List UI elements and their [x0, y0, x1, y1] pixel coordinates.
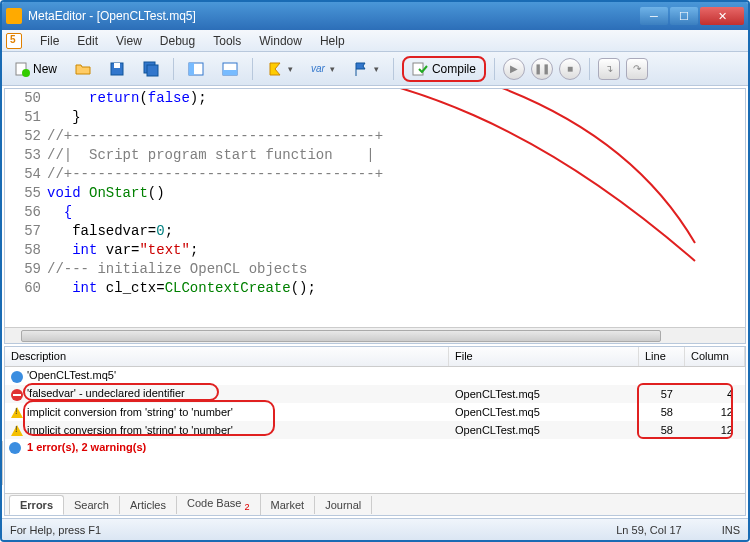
save-all-icon: [143, 61, 159, 77]
error-summary: 1 error(s), 2 warning(s): [5, 439, 745, 456]
compile-button[interactable]: Compile: [402, 56, 486, 82]
warn-icon: [11, 425, 23, 436]
menu-view[interactable]: View: [108, 32, 150, 50]
var-icon: var: [311, 63, 325, 74]
toolbox-label[interactable]: Toolbox: [0, 441, 3, 485]
step-over-button[interactable]: ↷: [626, 58, 648, 80]
step-into-button[interactable]: ↴: [598, 58, 620, 80]
toolbar: New var Compile ▶ ❚❚ ■ ↴ ↷: [2, 52, 748, 86]
info-icon: [11, 371, 23, 383]
errors-header: Description File Line Column: [5, 347, 745, 367]
error-row[interactable]: 'falsedvar' - undeclared identifierOpenC…: [5, 385, 745, 403]
errors-panel: Description File Line Column 'OpenCLTest…: [4, 346, 746, 516]
app-icon: [6, 8, 22, 24]
tab-search[interactable]: Search: [64, 496, 120, 514]
menu-edit[interactable]: Edit: [69, 32, 106, 50]
error-row[interactable]: implicit conversion from 'string' to 'nu…: [5, 421, 745, 439]
horizontal-scrollbar[interactable]: [5, 327, 745, 343]
toolbox-button[interactable]: [216, 57, 244, 81]
new-label: New: [33, 62, 57, 76]
bookmark-button[interactable]: [261, 57, 299, 81]
var-button[interactable]: var: [305, 57, 341, 81]
tab-articles[interactable]: Articles: [120, 496, 177, 514]
flag-button[interactable]: [347, 57, 385, 81]
titlebar: MetaEditor - [OpenCLTest.mq5] ─ ☐ ✕: [2, 2, 748, 30]
status-help: For Help, press F1: [10, 524, 101, 536]
tab-codebase[interactable]: Code Base 2: [177, 494, 261, 515]
open-button[interactable]: [69, 57, 97, 81]
statusbar: For Help, press F1 Ln 59, Col 17 INS: [2, 518, 748, 540]
document-icon[interactable]: [6, 33, 22, 49]
scrollbar-thumb[interactable]: [21, 330, 661, 342]
menu-file[interactable]: File: [32, 32, 67, 50]
menu-debug[interactable]: Debug: [152, 32, 203, 50]
warn-icon: [11, 407, 23, 418]
maximize-button[interactable]: ☐: [670, 7, 698, 25]
folder-open-icon: [75, 61, 91, 77]
info-icon: [9, 442, 21, 454]
panel-tabs: Errors Search Articles Code Base 2 Marke…: [5, 493, 745, 515]
status-ins: INS: [722, 524, 740, 536]
svg-rect-10: [413, 63, 423, 75]
compile-label: Compile: [432, 62, 476, 76]
close-button[interactable]: ✕: [700, 7, 744, 25]
svg-rect-7: [189, 63, 194, 75]
compile-icon: [412, 61, 428, 77]
col-line[interactable]: Line: [639, 347, 685, 366]
save-button[interactable]: [103, 57, 131, 81]
menubar: File Edit View Debug Tools Window Help: [2, 30, 748, 52]
code-content[interactable]: return(false); }//+---------------------…: [47, 89, 745, 298]
svg-rect-3: [114, 63, 120, 68]
line-gutter: 5051525354555657585960: [5, 89, 47, 298]
panel-left-icon: [188, 61, 204, 77]
new-button[interactable]: New: [8, 57, 63, 81]
code-editor[interactable]: 5051525354555657585960 return(false); }/…: [4, 88, 746, 344]
tab-errors[interactable]: Errors: [9, 495, 64, 515]
svg-point-1: [22, 69, 30, 77]
minimize-button[interactable]: ─: [640, 7, 668, 25]
navigator-button[interactable]: [182, 57, 210, 81]
flag-icon: [353, 61, 369, 77]
save-all-button[interactable]: [137, 57, 165, 81]
col-description[interactable]: Description: [5, 347, 449, 366]
start-debug-button[interactable]: ▶: [503, 58, 525, 80]
col-column[interactable]: Column: [685, 347, 745, 366]
new-icon: [14, 61, 30, 77]
menu-tools[interactable]: Tools: [205, 32, 249, 50]
status-position: Ln 59, Col 17: [616, 524, 681, 536]
codebase-badge: 2: [244, 502, 249, 512]
error-row[interactable]: implicit conversion from 'string' to 'nu…: [5, 403, 745, 421]
col-file[interactable]: File: [449, 347, 639, 366]
pause-debug-button[interactable]: ❚❚: [531, 58, 553, 80]
svg-rect-9: [223, 70, 237, 75]
save-icon: [109, 61, 125, 77]
error-icon: [11, 389, 23, 401]
panel-bottom-icon: [222, 61, 238, 77]
error-row[interactable]: 'OpenCLTest.mq5': [5, 367, 745, 385]
tab-market[interactable]: Market: [261, 496, 316, 514]
svg-rect-5: [147, 65, 158, 76]
stop-debug-button[interactable]: ■: [559, 58, 581, 80]
window-title: MetaEditor - [OpenCLTest.mq5]: [28, 9, 640, 23]
menu-window[interactable]: Window: [251, 32, 310, 50]
bookmark-icon: [267, 61, 283, 77]
menu-help[interactable]: Help: [312, 32, 353, 50]
tab-journal[interactable]: Journal: [315, 496, 372, 514]
